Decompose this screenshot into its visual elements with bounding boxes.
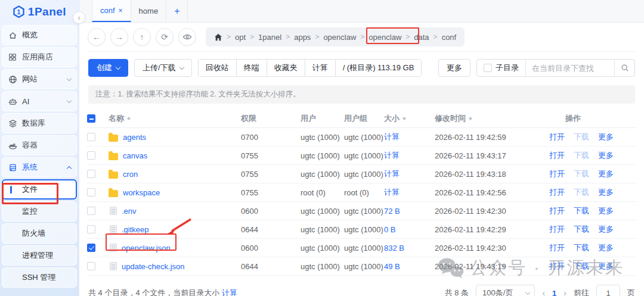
file-name-link[interactable]: canvas [123,151,147,160]
file-name-link[interactable]: agents [123,133,146,142]
search-button[interactable] [614,60,634,76]
size-link[interactable]: 计算 [384,188,400,197]
table-row[interactable]: cron 0755 ugtc (1000) ugtc (1000) 计算 202… [87,165,636,183]
more-link[interactable]: 更多 [598,187,614,198]
sidebar-item-database[interactable]: 数据库 [2,113,77,133]
subdirectory-checkbox[interactable]: 子目录 [477,60,526,76]
size-link[interactable]: 72 B [384,207,400,216]
row-checkbox[interactable] [87,170,95,178]
size-link[interactable]: 计算 [384,151,400,160]
table-row[interactable]: canvas 0755 ugtc (1000) ugtc (1000) 计算 2… [87,147,636,165]
sidebar-item-files[interactable]: 文件 [2,179,77,200]
terminal-button[interactable]: 终端 [236,60,267,76]
open-link[interactable]: 打开 [549,261,565,272]
forward-button[interactable]: → [110,28,128,46]
open-link[interactable]: 打开 [549,132,565,142]
open-link[interactable]: 打开 [549,242,565,253]
size-link[interactable]: 832 B [384,244,404,253]
sidebar-item-website[interactable]: 网站 [2,69,77,89]
add-tab-button[interactable]: + [166,0,188,22]
open-link[interactable]: 打开 [549,224,565,235]
sidebar-collapse-button[interactable]: ‹ [73,11,85,24]
more-link[interactable]: 更多 [598,169,614,179]
breadcrumb-segment[interactable]: openclaw [369,33,401,42]
download-link[interactable]: 下载 [574,187,589,198]
root-disk-info[interactable]: / (根目录) 113.19 GB [335,60,422,76]
file-name-link[interactable]: update-check.json [122,262,185,271]
breadcrumb-segment[interactable]: openclaw [323,33,356,42]
download-link[interactable]: 下载 [574,261,589,272]
header-name[interactable]: 名称 [109,113,124,124]
show-hidden-button[interactable] [178,28,196,46]
select-all-checkbox[interactable] [87,114,95,123]
sidebar-item-ai[interactable]: AI [2,91,77,111]
header-size[interactable]: 大小 [384,113,400,124]
search-input[interactable] [526,64,614,73]
up-button[interactable]: ↑ [133,28,151,46]
upload-download-button[interactable]: 上传/下载 [134,59,192,77]
breadcrumb-segment[interactable]: conf [442,33,457,42]
file-name-link[interactable]: .gitkeep [122,225,149,234]
more-link[interactable]: 更多 [598,205,614,216]
row-checkbox[interactable] [87,207,95,215]
sidebar-item-monitoring[interactable]: 监控 [2,201,77,222]
page-size-select[interactable]: 100条/页 [476,285,535,296]
sidebar-item-process[interactable]: 进程管理 [2,245,77,266]
table-row[interactable]: openclaw.json 0600 ugtc (1000) ugtc (100… [87,239,636,257]
refresh-button[interactable]: ⟳ [156,28,174,46]
back-button[interactable]: ← [88,28,106,46]
download-link[interactable]: 下载 [574,150,589,161]
sidebar-item-ssh[interactable]: SSH 管理 [2,267,77,288]
row-checkbox[interactable] [87,133,95,141]
close-icon[interactable]: × [119,7,123,15]
open-link[interactable]: 打开 [549,150,565,161]
more-link[interactable]: 更多 [598,224,614,235]
next-page-button[interactable]: › [564,288,566,296]
sort-icon[interactable] [469,115,472,122]
header-mtime[interactable]: 修改时间 [435,113,466,124]
table-row[interactable]: agents 0700 ugtc (1000) ugtc (1000) 计算 2… [87,128,636,147]
more-button[interactable]: 更多 [438,59,470,77]
table-row[interactable]: .env 0600 ugtc (1000) ugtc (1000) 72 B 2… [87,202,636,220]
tab-home[interactable]: home [131,0,167,22]
calculate-size-link[interactable]: 计算 [222,288,237,296]
create-button[interactable]: 创建 [88,59,128,77]
open-link[interactable]: 打开 [549,205,565,216]
size-link[interactable]: 49 B [384,262,400,271]
favorites-button[interactable]: 收藏夹 [267,60,305,76]
download-link[interactable]: 下载 [574,205,589,216]
file-name-link[interactable]: .env [122,207,137,216]
breadcrumb-segment[interactable]: apps [294,33,311,42]
row-checkbox[interactable] [87,151,95,160]
breadcrumb-segment[interactable]: 1panel [258,33,281,42]
file-name-link[interactable]: openclaw.json [122,244,171,253]
row-checkbox[interactable] [87,244,95,252]
home-icon[interactable] [214,33,222,41]
size-link[interactable]: 0 B [384,225,396,234]
size-link[interactable]: 计算 [384,169,400,178]
open-link[interactable]: 打开 [549,187,565,198]
download-link[interactable]: 下载 [574,169,589,179]
download-link[interactable]: 下载 [574,132,589,142]
sidebar-item-appstore[interactable]: 应用商店 [2,47,77,67]
more-link[interactable]: 更多 [598,242,614,253]
tab-conf[interactable]: conf × [92,0,131,22]
table-row[interactable]: .gitkeep 0644 ugtc (1000) ugtc (1000) 0 … [87,220,636,239]
download-link[interactable]: 下载 [574,224,589,235]
file-name-link[interactable]: workspace [123,188,160,197]
download-link[interactable]: 下载 [574,242,589,253]
goto-page-input[interactable] [596,285,620,296]
size-link[interactable]: 计算 [384,132,400,141]
file-name-link[interactable]: cron [123,170,138,179]
checkbox-icon[interactable] [484,64,492,72]
sort-icon[interactable] [127,115,131,122]
row-checkbox[interactable] [87,188,95,197]
recycle-bin-button[interactable]: 回收站 [199,60,236,76]
row-checkbox[interactable] [87,225,95,233]
prev-page-button[interactable]: ‹ [542,288,545,296]
sidebar-item-firewall[interactable]: 防火墙 [2,223,77,244]
sidebar-item-system[interactable]: 系统 [2,157,77,177]
open-link[interactable]: 打开 [549,169,565,179]
more-link[interactable]: 更多 [598,150,614,161]
table-row[interactable]: workspace 0755 root (0) root (0) 计算 2026… [87,183,636,202]
